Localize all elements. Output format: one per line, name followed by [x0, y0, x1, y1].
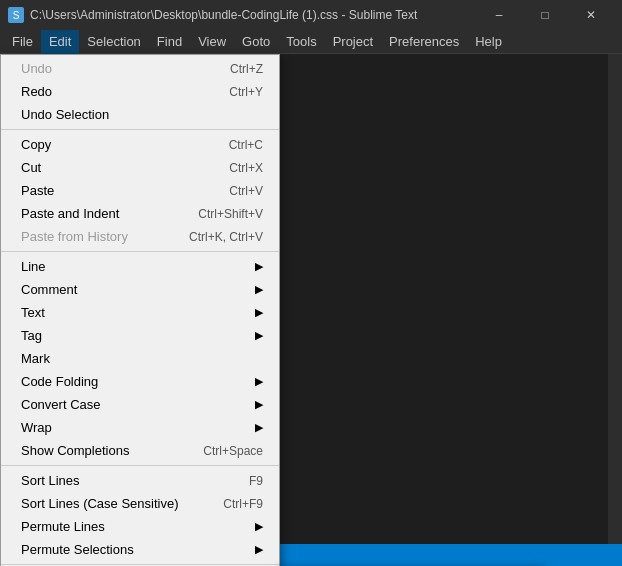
dropdown-container: Undo Ctrl+Z Redo Ctrl+Y Undo Selection C… [0, 54, 280, 566]
close-button[interactable]: ✕ [568, 0, 614, 30]
menu-convert-case[interactable]: Convert Case ▶ [1, 393, 279, 416]
menu-project[interactable]: Project [325, 30, 381, 54]
menu-paste[interactable]: Paste Ctrl+V [1, 179, 279, 202]
menu-code-folding-label: Code Folding [21, 374, 247, 389]
menu-tools[interactable]: Tools [278, 30, 324, 54]
menu-permute-selections-arrow: ▶ [255, 543, 263, 556]
menu-file[interactable]: File [4, 30, 41, 54]
menu-tag-arrow: ▶ [255, 329, 263, 342]
title-bar-left: S C:\Users\Administrator\Desktop\bundle-… [8, 7, 417, 23]
menu-tag-label: Tag [21, 328, 247, 343]
menu-paste-history[interactable]: Paste from History Ctrl+K, Ctrl+V [1, 225, 279, 248]
menu-paste-label: Paste [21, 183, 199, 198]
menu-redo-label: Redo [21, 84, 199, 99]
menu-undo-selection-label: Undo Selection [21, 107, 263, 122]
menu-permute-selections[interactable]: Permute Selections ▶ [1, 538, 279, 561]
menu-undo[interactable]: Undo Ctrl+Z [1, 57, 279, 80]
menu-copy-label: Copy [21, 137, 199, 152]
edit-dropdown-menu: Undo Ctrl+Z Redo Ctrl+Y Undo Selection C… [0, 54, 280, 566]
menu-permute-selections-label: Permute Selections [21, 542, 247, 557]
menu-code-folding-arrow: ▶ [255, 375, 263, 388]
menu-undo-label: Undo [21, 61, 200, 76]
menu-text[interactable]: Text ▶ [1, 301, 279, 324]
menu-redo[interactable]: Redo Ctrl+Y [1, 80, 279, 103]
menu-undo-selection[interactable]: Undo Selection [1, 103, 279, 126]
menu-edit[interactable]: Edit [41, 30, 79, 54]
title-bar-controls[interactable]: – □ ✕ [476, 0, 614, 30]
menu-sort-lines[interactable]: Sort Lines F9 [1, 469, 279, 492]
menu-find[interactable]: Find [149, 30, 190, 54]
menu-convert-case-arrow: ▶ [255, 398, 263, 411]
title-bar: S C:\Users\Administrator\Desktop\bundle-… [0, 0, 622, 30]
minimize-button[interactable]: – [476, 0, 522, 30]
menu-code-folding[interactable]: Code Folding ▶ [1, 370, 279, 393]
menu-text-label: Text [21, 305, 247, 320]
menu-show-completions-label: Show Completions [21, 443, 173, 458]
menu-selection[interactable]: Selection [79, 30, 148, 54]
menu-sort-lines-case-label: Sort Lines (Case Sensitive) [21, 496, 193, 511]
menu-wrap-label: Wrap [21, 420, 247, 435]
vertical-scrollbar[interactable] [608, 54, 622, 544]
separator-4 [1, 564, 279, 565]
menu-line-label: Line [21, 259, 247, 274]
menu-copy-shortcut: Ctrl+C [229, 138, 263, 152]
menu-sort-lines-label: Sort Lines [21, 473, 219, 488]
menu-sort-lines-shortcut: F9 [249, 474, 263, 488]
separator-2 [1, 251, 279, 252]
menu-paste-indent[interactable]: Paste and Indent Ctrl+Shift+V [1, 202, 279, 225]
separator-1 [1, 129, 279, 130]
menu-bar: File Edit Selection Find View Goto Tools… [0, 30, 622, 54]
menu-convert-case-label: Convert Case [21, 397, 247, 412]
app-icon: S [8, 7, 24, 23]
menu-tag[interactable]: Tag ▶ [1, 324, 279, 347]
menu-line[interactable]: Line ▶ [1, 255, 279, 278]
menu-paste-history-label: Paste from History [21, 229, 159, 244]
menu-cut-shortcut: Ctrl+X [229, 161, 263, 175]
menu-permute-lines[interactable]: Permute Lines ▶ [1, 515, 279, 538]
menu-paste-history-shortcut: Ctrl+K, Ctrl+V [189, 230, 263, 244]
menu-redo-shortcut: Ctrl+Y [229, 85, 263, 99]
menu-permute-lines-label: Permute Lines [21, 519, 247, 534]
menu-paste-indent-shortcut: Ctrl+Shift+V [198, 207, 263, 221]
window-title: C:\Users\Administrator\Desktop\bundle-Co… [30, 8, 417, 22]
menu-paste-indent-label: Paste and Indent [21, 206, 168, 221]
menu-line-arrow: ▶ [255, 260, 263, 273]
menu-text-arrow: ▶ [255, 306, 263, 319]
menu-comment-arrow: ▶ [255, 283, 263, 296]
menu-cut[interactable]: Cut Ctrl+X [1, 156, 279, 179]
menu-mark-label: Mark [21, 351, 263, 366]
menu-undo-shortcut: Ctrl+Z [230, 62, 263, 76]
menu-goto[interactable]: Goto [234, 30, 278, 54]
menu-comment-label: Comment [21, 282, 247, 297]
menu-comment[interactable]: Comment ▶ [1, 278, 279, 301]
menu-sort-lines-case[interactable]: Sort Lines (Case Sensitive) Ctrl+F9 [1, 492, 279, 515]
maximize-button[interactable]: □ [522, 0, 568, 30]
menu-mark[interactable]: Mark [1, 347, 279, 370]
menu-show-completions-shortcut: Ctrl+Space [203, 444, 263, 458]
menu-show-completions[interactable]: Show Completions Ctrl+Space [1, 439, 279, 462]
separator-3 [1, 465, 279, 466]
menu-paste-shortcut: Ctrl+V [229, 184, 263, 198]
menu-permute-lines-arrow: ▶ [255, 520, 263, 533]
menu-help[interactable]: Help [467, 30, 510, 54]
menu-view[interactable]: View [190, 30, 234, 54]
menu-copy[interactable]: Copy Ctrl+C [1, 133, 279, 156]
menu-wrap-arrow: ▶ [255, 421, 263, 434]
menu-wrap[interactable]: Wrap ▶ [1, 416, 279, 439]
menu-cut-label: Cut [21, 160, 199, 175]
menu-preferences[interactable]: Preferences [381, 30, 467, 54]
menu-sort-lines-case-shortcut: Ctrl+F9 [223, 497, 263, 511]
